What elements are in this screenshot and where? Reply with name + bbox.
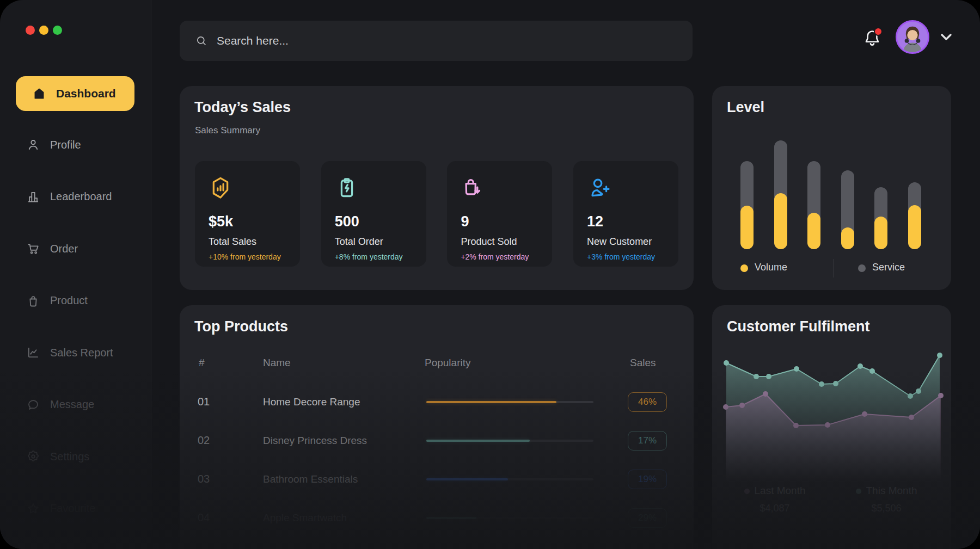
stat-card-total-order: 500Total Order+8% from yesterday: [321, 161, 426, 267]
sidebar-item-settings[interactable]: Settings: [16, 439, 134, 474]
table-row-product-04: 04Apple Smartwatch29%: [180, 507, 694, 529]
todays-sales-card: Today’s Sales Sales Summary $5kTotal Sal…: [180, 86, 694, 290]
stat-card-product-sold: 9Product Sold+2% from yesterday: [447, 161, 552, 267]
column-header-number: #: [199, 357, 205, 369]
legend-value: $5,506: [832, 503, 941, 514]
user-icon: [26, 138, 40, 152]
row-index: 03: [198, 473, 210, 485]
stat-delta: +3% from yesterday: [587, 252, 655, 261]
sidebar-item-sales-report[interactable]: Sales Report: [16, 335, 134, 370]
data-point: [908, 393, 913, 399]
dashboard-window: Dashboard ProfileLeaderboardOrderProduct…: [0, 0, 980, 549]
level-card: Level VolumeService: [712, 86, 951, 290]
search-icon: [195, 34, 208, 47]
home-icon: [32, 87, 46, 101]
message-icon: [26, 398, 40, 412]
data-point: [916, 388, 921, 394]
level-bar: [740, 161, 754, 249]
data-point: [793, 423, 799, 428]
sales-badge: 17%: [628, 431, 667, 451]
column-header-sales: Sales: [630, 357, 656, 369]
notification-bell-icon[interactable]: [862, 28, 882, 48]
sales-badge: 29%: [628, 508, 667, 528]
cf-legend-this-month: This Month$5,506: [832, 485, 941, 514]
search-input[interactable]: [216, 34, 664, 48]
sidebar-item-leaderboard[interactable]: Leaderboard: [16, 180, 134, 214]
data-point: [857, 363, 863, 369]
sidebar-item-label: Favourite: [50, 502, 95, 515]
card-title: Today’s Sales: [194, 99, 291, 116]
stat-delta: +10% from yesterday: [209, 252, 281, 261]
data-point: [739, 403, 745, 408]
card-title: Level: [727, 99, 764, 116]
stat-label: Total Sales: [209, 236, 256, 248]
leaderboard-icon: [26, 190, 40, 204]
user-photo: [897, 22, 928, 52]
clipboard-bolt-icon: [334, 175, 359, 200]
legend-divider: [833, 259, 834, 277]
chart-icon: [26, 346, 40, 360]
customer-fulfilment-area-chart: [721, 351, 944, 492]
sales-badge: 46%: [628, 392, 667, 412]
sidebar-item-favourite[interactable]: Favourite: [16, 491, 134, 526]
legend-label: Last Month: [755, 485, 806, 496]
hex-bars-icon: [208, 175, 233, 200]
sidebar-item-label: Product: [50, 294, 88, 307]
popularity-bar: [426, 517, 593, 519]
sidebar-item-order[interactable]: Order: [16, 231, 134, 266]
level-bar: [841, 170, 854, 249]
data-point: [937, 353, 942, 358]
sidebar-item-label: Leaderboard: [50, 190, 112, 203]
sidebar-item-profile[interactable]: Profile: [16, 127, 134, 162]
sidebar-item-product[interactable]: Product: [16, 283, 134, 318]
bag-arrow-down-icon: [460, 175, 485, 200]
data-point: [938, 393, 944, 398]
cf-legend-last-month: Last Month$4,087: [720, 485, 829, 514]
window-control-close[interactable]: [26, 26, 35, 35]
sidebar-item-label: Message: [50, 398, 94, 411]
level-bar: [807, 161, 820, 249]
data-point: [766, 374, 771, 379]
notification-badge: [874, 27, 883, 36]
table-row-product-01: 01Home Decore Range46%: [180, 391, 694, 413]
sidebar: Dashboard ProfileLeaderboardOrderProduct…: [0, 0, 151, 549]
sidebar-item-label: Sales Report: [50, 347, 113, 359]
sidebar-item-message[interactable]: Message: [16, 387, 134, 422]
row-index: 04: [198, 511, 210, 524]
data-point: [833, 381, 838, 386]
popularity-bar: [426, 401, 593, 403]
sidebar-item-label: Settings: [50, 451, 89, 463]
column-header-name: Name: [263, 357, 291, 369]
stat-delta: +2% from yesterday: [461, 252, 529, 261]
data-point: [754, 374, 759, 379]
data-point: [723, 404, 728, 410]
stat-value: 500: [335, 213, 359, 230]
data-point: [862, 411, 867, 417]
table-row-product-02: 02Disney Princess Dress17%: [180, 430, 694, 452]
card-title: Customer Fulfilment: [727, 318, 870, 335]
row-index: 01: [198, 396, 210, 408]
legend-label: Volume: [755, 262, 787, 273]
stat-value: 9: [461, 213, 469, 230]
cart-icon: [26, 242, 40, 256]
gear-icon: [26, 449, 40, 464]
avatar[interactable]: [896, 20, 929, 54]
sidebar-item-dashboard[interactable]: Dashboard: [16, 76, 134, 111]
level-bar: [908, 182, 921, 249]
stat-card-total-sales: $5kTotal Sales+10% from yesterday: [195, 161, 300, 267]
search-bar[interactable]: [180, 21, 693, 61]
stat-value: 12: [587, 213, 603, 230]
popularity-bar: [426, 478, 593, 480]
stat-value: $5k: [209, 213, 233, 230]
window-control-minimize[interactable]: [39, 26, 48, 35]
legend-dot: [744, 489, 750, 494]
chevron-down-icon[interactable]: [938, 30, 955, 44]
sales-badge: 19%: [628, 470, 667, 489]
window-control-zoom[interactable]: [53, 26, 62, 35]
stat-delta: +8% from yesterday: [335, 252, 403, 261]
product-name: Home Decore Range: [263, 396, 360, 408]
data-point: [819, 381, 824, 387]
stat-card-new-customer: 12New Customer+3% from yesterday: [573, 161, 678, 267]
card-subtitle: Sales Summary: [195, 125, 260, 136]
legend-label: Service: [872, 262, 905, 273]
